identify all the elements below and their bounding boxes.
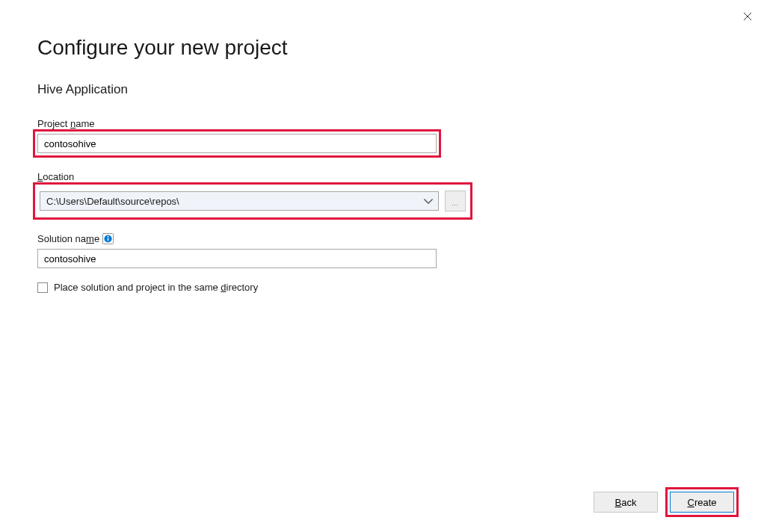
project-name-input[interactable] (37, 134, 437, 153)
location-group: Location C:\Users\Default\source\repos\ … (37, 171, 730, 220)
chevron-down-icon (423, 198, 434, 204)
location-dropdown-caret[interactable] (423, 196, 434, 206)
project-type-subtitle: Hive Application (37, 82, 730, 97)
svg-rect-3 (108, 238, 108, 241)
same-directory-checkbox[interactable] (37, 282, 48, 293)
browse-location-button[interactable]: ... (445, 191, 466, 211)
close-button[interactable] (740, 9, 755, 24)
configure-project-dialog: Configure your new project Hive Applicat… (0, 0, 767, 532)
solution-name-group: Solution name (37, 233, 730, 268)
location-highlight: C:\Users\Default\source\repos\ ... (33, 182, 472, 220)
solution-name-label: Solution name (37, 233, 99, 244)
solution-name-info-button[interactable] (102, 233, 114, 244)
location-combo[interactable]: C:\Users\Default\source\repos\ (40, 191, 439, 211)
project-name-highlight (33, 129, 441, 158)
project-name-group: Project name (37, 118, 730, 158)
same-directory-label: Place solution and project in the same d… (54, 282, 258, 293)
back-button[interactable]: Back (594, 492, 658, 513)
close-icon (743, 12, 752, 21)
location-row: C:\Users\Default\source\repos\ ... (40, 191, 466, 211)
dialog-title: Configure your new project (37, 36, 730, 60)
info-icon (103, 234, 113, 244)
create-button-highlight: Create (665, 487, 739, 517)
location-label: Location (37, 171, 730, 182)
dialog-button-row: Back Create (594, 487, 739, 517)
location-value: C:\Users\Default\source\repos\ (46, 196, 423, 207)
same-directory-row: Place solution and project in the same d… (37, 282, 730, 293)
solution-name-input[interactable] (37, 249, 437, 268)
create-button[interactable]: Create (670, 492, 734, 513)
project-name-label: Project name (37, 118, 730, 129)
svg-point-4 (108, 236, 109, 238)
